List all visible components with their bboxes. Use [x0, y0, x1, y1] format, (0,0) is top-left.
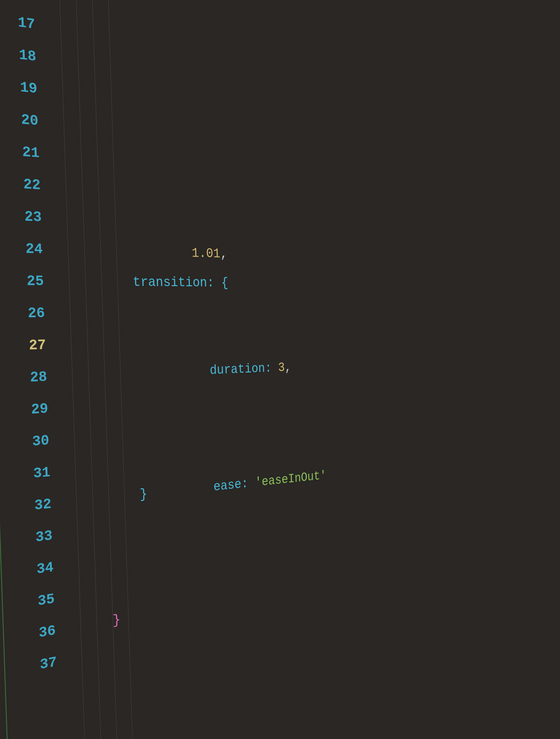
- code-line: duration: 3,: [55, 347, 480, 393]
- line-number: 25: [0, 265, 44, 297]
- line-number: 32: [0, 488, 52, 526]
- line-number-current: 27: [0, 329, 46, 363]
- line-number: 26: [0, 297, 45, 330]
- viewport: aL… U U c… U sx U U U x U: [0, 0, 560, 739]
- code-editor[interactable]: 15 16 17 18 19 20 21 22 23 24 25 26 27 2…: [0, 0, 488, 739]
- editor-window: aL… U U c… U sx U U U x U: [0, 0, 488, 739]
- code-line: } ease: 'easeInOut': [59, 447, 482, 519]
- code-line: 1.01, transition: {: [51, 234, 477, 273]
- code-body[interactable]: 1.01, transition: { duration: 3, } ease:…: [41, 0, 488, 739]
- line-number: 29: [0, 393, 49, 428]
- line-number: 31: [0, 457, 51, 493]
- line-number: 28: [0, 361, 48, 396]
- line-number: 20: [0, 100, 39, 138]
- line-number: 23: [0, 199, 42, 234]
- line-number: 21: [0, 133, 40, 169]
- line-number: 22: [0, 166, 41, 201]
- line-number: 30: [0, 425, 50, 461]
- line-number: 24: [0, 232, 43, 265]
- line-number: 19: [0, 67, 38, 105]
